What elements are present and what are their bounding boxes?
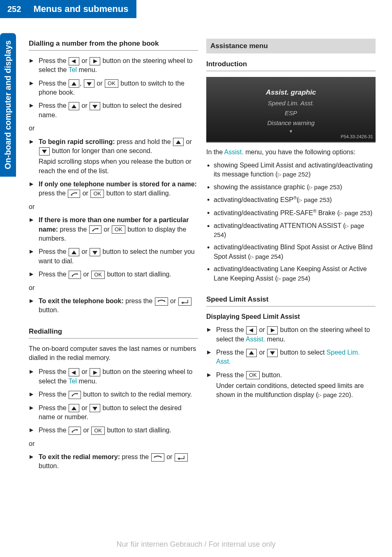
- step-text: Press the: [39, 80, 68, 87]
- pageref-icon: ▷: [250, 254, 254, 260]
- ok-button: OK: [90, 190, 104, 198]
- svg-marker-2: [71, 82, 76, 86]
- step-item: Press the or button on the steering whee…: [29, 56, 198, 75]
- step-text: Press the: [39, 271, 68, 278]
- bullet-text: ): [330, 196, 332, 203]
- step-text: Press the: [39, 248, 68, 255]
- step-text: or: [184, 138, 192, 145]
- ok-button: OK: [105, 79, 118, 88]
- figure-code: P54.33-2428-31: [341, 134, 373, 140]
- step-text: button to switch to the redial memory.: [81, 391, 192, 398]
- step-text: Press the: [216, 349, 246, 356]
- display-line: ESP: [206, 109, 376, 117]
- step-text: or: [81, 271, 91, 278]
- step-item: Press the or OK button to start dialling…: [29, 270, 198, 279]
- side-tab: On-board computer and displays: [0, 33, 16, 176]
- page-ref: page 220: [323, 391, 349, 398]
- end-call-button: [151, 453, 164, 462]
- step-text: ,: [80, 80, 83, 87]
- svg-point-25: [72, 431, 73, 432]
- list-item: showing the assistance graphic (▷ page 2…: [206, 183, 376, 192]
- pageref-icon: ▷: [277, 276, 281, 282]
- svg-point-8: [71, 194, 72, 195]
- up-arrow-button: [69, 79, 79, 88]
- steps-multi-number: If there is more than one number for a p…: [29, 216, 198, 279]
- step-text: or: [81, 427, 91, 434]
- svg-marker-6: [176, 140, 181, 144]
- svg-marker-30: [249, 328, 253, 332]
- page-ref: page 254: [282, 275, 308, 282]
- step-text: press the: [39, 190, 67, 197]
- left-arrow-button: [69, 57, 79, 65]
- list-item: activating/deactivating PRE-SAFE® Brake …: [206, 208, 376, 218]
- svg-marker-5: [92, 105, 97, 109]
- pageref-icon: ▷: [278, 172, 281, 178]
- note-text: ).: [349, 391, 353, 398]
- up-arrow-button: [69, 248, 79, 256]
- step-item: Press the or button on the steering whee…: [206, 325, 376, 344]
- back-button: [175, 453, 188, 462]
- pageref-icon: ▷: [318, 392, 321, 398]
- step-item: Press the or button to select Speed Lim.…: [206, 348, 376, 367]
- step-text: button.: [39, 306, 59, 313]
- svg-point-26: [77, 429, 78, 430]
- pageref-icon: ▷: [339, 210, 343, 216]
- bullet-text: ): [308, 275, 310, 282]
- step-text: button to start dialling.: [104, 190, 171, 197]
- svg-marker-18: [181, 302, 183, 304]
- tel-menu-label: Tel: [69, 66, 77, 73]
- sla-note: Under certain conditions, detected speed…: [216, 381, 376, 400]
- svg-point-21: [72, 395, 73, 397]
- ok-button: OK: [91, 271, 105, 279]
- step-text: or: [80, 57, 89, 64]
- registered-mark: ®: [313, 209, 316, 214]
- step-text: Press the: [216, 326, 246, 333]
- svg-marker-4: [71, 104, 76, 108]
- page-ref: page 253: [304, 196, 330, 203]
- svg-point-15: [77, 273, 78, 274]
- down-arrow-button: [39, 147, 50, 155]
- step-bold: To exit the redial memory:: [39, 453, 120, 460]
- svg-point-14: [72, 275, 73, 276]
- step-item: If there is more than one number for a p…: [29, 216, 198, 243]
- pageref-icon: ▷: [345, 223, 348, 229]
- step-text: Press the: [39, 391, 68, 398]
- step-item: Press the OK button. Under certain condi…: [206, 371, 376, 400]
- call-button: [89, 225, 101, 234]
- intro-text: In the: [206, 149, 224, 155]
- back-button: [178, 297, 191, 306]
- bullet-text: activating/deactivating ESP: [214, 196, 293, 203]
- display-line: Assist. graphic: [206, 88, 376, 97]
- svg-marker-20: [93, 371, 97, 375]
- or-text: or: [29, 283, 198, 292]
- up-arrow-button: [69, 404, 79, 412]
- step-item: Press the or button to select the desire…: [29, 404, 198, 422]
- step-text: Press the: [39, 57, 68, 64]
- up-arrow-button: [173, 138, 184, 146]
- svg-point-9: [76, 192, 77, 193]
- svg-point-11: [97, 228, 98, 229]
- step-text: Press the: [39, 427, 68, 434]
- step-text: button.: [260, 371, 282, 378]
- footer-watermark: Nur für internen Gebrauch / For internal…: [0, 540, 392, 549]
- bullet-text: ): [370, 209, 372, 216]
- up-arrow-button: [69, 102, 79, 110]
- svg-marker-32: [249, 351, 254, 355]
- down-arrow-button: [90, 248, 100, 256]
- ok-button: OK: [246, 371, 260, 379]
- step-text: or: [80, 102, 89, 109]
- page-ref: page 253: [314, 183, 340, 190]
- left-arrow-button: [69, 368, 79, 376]
- svg-marker-33: [270, 351, 275, 355]
- sla-title: Speed Limit Assist: [206, 295, 376, 306]
- step-item: Press the or button to select the number…: [29, 247, 198, 266]
- registered-mark: ®: [293, 195, 297, 200]
- step-text: press the: [124, 297, 154, 304]
- step-item: To begin rapid scrolling: press and hold…: [29, 137, 198, 176]
- step-text: menu.: [265, 336, 285, 343]
- intro-title: Introduction: [206, 59, 376, 71]
- intro-text: menu, you have the following options:: [244, 149, 355, 155]
- display-line: Speed Lim. Asst.: [206, 99, 376, 107]
- assist-options-list: showing Speed Limit Assist and activatin…: [206, 161, 376, 283]
- bullet-text: showing the assistance graphic (: [214, 183, 309, 190]
